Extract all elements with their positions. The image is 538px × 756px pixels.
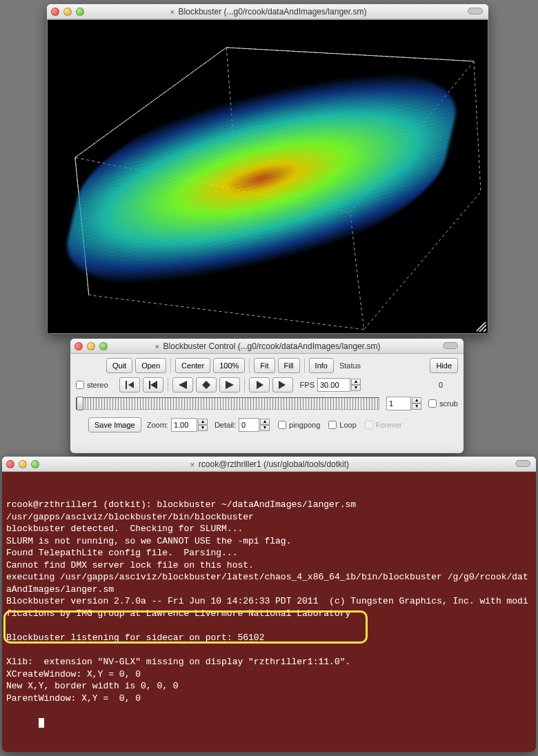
svg-marker-5 xyxy=(202,381,210,389)
control-window: Blockbuster Control (...g0/rcook/dataAnd… xyxy=(70,339,464,453)
detail-label: Detail: xyxy=(215,421,236,429)
step-forward-button[interactable] xyxy=(249,377,270,392)
svg-marker-6 xyxy=(226,381,234,389)
control-title: Blockbuster Control (...g0/rcook/dataAnd… xyxy=(70,341,464,351)
svg-rect-0 xyxy=(126,381,127,389)
zoom-icon[interactable] xyxy=(76,8,84,16)
resize-grip-icon[interactable] xyxy=(477,322,486,332)
frame-input[interactable] xyxy=(386,397,411,410)
x11-icon xyxy=(189,461,196,468)
go-end-button[interactable] xyxy=(272,377,293,392)
viewer-titlebar[interactable]: Blockbuster (...g0/rcook/dataAndImages/l… xyxy=(47,4,488,19)
step-back-button[interactable] xyxy=(143,377,163,392)
timeline-slider[interactable] xyxy=(76,397,379,410)
up-arrow-icon[interactable]: ▲ xyxy=(351,379,361,385)
terminal-title: rcook@rzthriller1 (/usr/global/tools/dot… xyxy=(2,459,536,469)
svg-marker-4 xyxy=(179,381,187,389)
detail-input[interactable] xyxy=(239,418,259,432)
terminal-body[interactable]: rcook@rzthriller1 (dotkit): blockbuster … xyxy=(2,472,536,752)
viewer-canvas[interactable] xyxy=(47,19,488,334)
terminal-window: rcook@rzthriller1 (/usr/global/tools/dot… xyxy=(2,457,536,752)
minimize-icon[interactable] xyxy=(87,342,95,350)
terminal-output: rcook@rzthriller1 (dotkit): blockbuster … xyxy=(6,499,532,704)
toolbar-toggle-icon[interactable] xyxy=(515,460,530,467)
viewer-window: Blockbuster (...g0/rcook/dataAndImages/l… xyxy=(47,4,488,334)
svg-marker-2 xyxy=(150,381,157,389)
x11-icon xyxy=(169,9,176,16)
down-arrow-icon[interactable]: ▼ xyxy=(351,385,361,391)
play-back-button[interactable] xyxy=(172,377,193,392)
open-button[interactable]: Open xyxy=(135,358,166,373)
down-arrow-icon[interactable]: ▼ xyxy=(198,425,208,431)
svg-marker-9 xyxy=(279,381,286,389)
up-arrow-icon[interactable]: ▲ xyxy=(260,419,270,425)
slider-thumb[interactable] xyxy=(77,397,83,410)
svg-marker-1 xyxy=(128,381,134,389)
terminal-titlebar[interactable]: rcook@rzthriller1 (/usr/global/tools/dot… xyxy=(2,457,536,472)
center-button[interactable]: Center xyxy=(175,358,210,373)
close-icon[interactable] xyxy=(6,460,14,468)
viewer-title: Blockbuster (...g0/rcook/dataAndImages/l… xyxy=(47,7,488,17)
fps-input[interactable] xyxy=(317,378,350,392)
fps-label: FPS xyxy=(300,381,315,389)
zoom-label: Zoom: xyxy=(147,421,168,429)
up-arrow-icon[interactable]: ▲ xyxy=(412,397,421,404)
zoom-icon[interactable] xyxy=(31,460,39,468)
up-arrow-icon[interactable]: ▲ xyxy=(198,419,208,425)
save-image-button[interactable]: Save Image xyxy=(88,417,141,432)
toolbar-toggle-icon[interactable] xyxy=(468,8,483,14)
down-arrow-icon[interactable]: ▼ xyxy=(412,404,421,410)
down-arrow-icon[interactable]: ▼ xyxy=(260,425,270,431)
frame-count: 0 xyxy=(439,381,443,389)
fps-spin[interactable]: ▲▼ xyxy=(317,378,361,392)
info-button[interactable]: Info xyxy=(309,358,334,373)
toolbar-toggle-icon[interactable] xyxy=(443,342,458,349)
scrub-checkbox[interactable]: scrub xyxy=(428,399,458,408)
quit-button[interactable]: Quit xyxy=(106,358,132,373)
status-label: Status xyxy=(339,361,361,370)
loop-checkbox[interactable]: Loop xyxy=(328,421,356,429)
minimize-icon[interactable] xyxy=(63,8,72,16)
zoom-spin[interactable]: ▲▼ xyxy=(171,418,208,432)
detail-spin[interactable]: ▲▼ xyxy=(239,418,270,432)
cursor-icon xyxy=(39,718,44,728)
x11-icon xyxy=(154,344,161,350)
control-titlebar[interactable]: Blockbuster Control (...g0/rcook/dataAnd… xyxy=(70,339,464,354)
close-icon[interactable] xyxy=(74,342,83,350)
svg-marker-7 xyxy=(257,381,263,389)
stereo-checkbox[interactable]: stereo xyxy=(76,381,108,389)
pingpong-checkbox[interactable]: pingpong xyxy=(278,421,320,429)
stop-button[interactable] xyxy=(196,377,217,392)
play-button[interactable] xyxy=(219,377,240,392)
fit-button[interactable]: Fit xyxy=(254,358,275,373)
fill-button[interactable]: Fill xyxy=(278,358,300,373)
zoom-input[interactable] xyxy=(171,418,197,432)
frame-spin[interactable]: ▲▼ xyxy=(386,397,421,410)
zoom-icon[interactable] xyxy=(99,342,108,350)
minimize-icon[interactable] xyxy=(19,460,27,468)
go-start-button[interactable] xyxy=(119,377,140,392)
forever-checkbox[interactable]: Forever xyxy=(365,421,402,429)
hundred-percent-button[interactable]: 100% xyxy=(213,358,245,373)
svg-rect-3 xyxy=(149,381,150,389)
hide-button[interactable]: Hide xyxy=(430,358,458,373)
close-icon[interactable] xyxy=(51,8,59,16)
